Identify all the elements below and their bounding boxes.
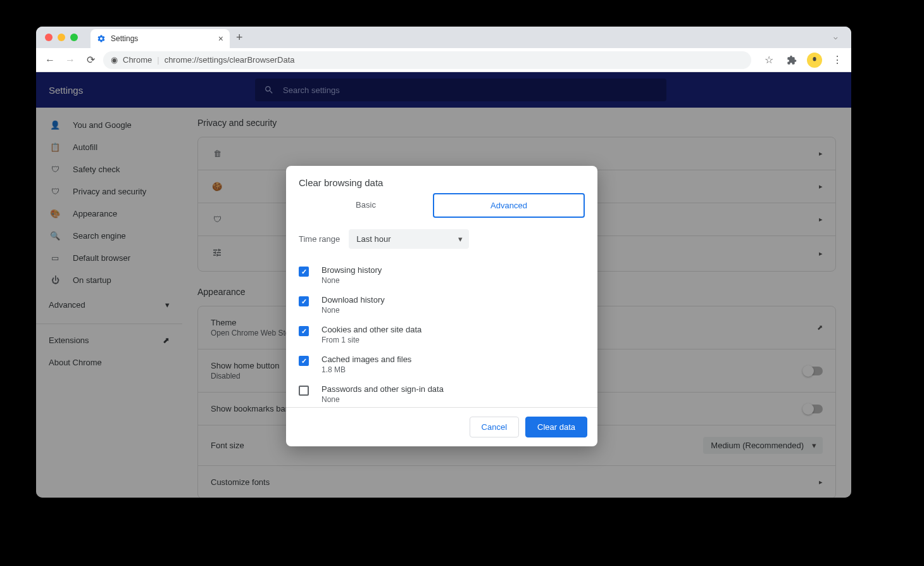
check-passwords[interactable]: Passwords and other sign-in dataNone [299,379,585,407]
reload-button[interactable]: ⟳ [83,53,98,68]
checkbox[interactable] [299,267,309,277]
checkbox[interactable] [299,356,309,366]
check-download-history[interactable]: Download historyNone [299,290,585,320]
tabs-bar: Settings × + ⌵ [36,27,851,48]
toolbar: ← → ⟳ ◉ Chrome | chrome://settings/clear… [36,48,851,72]
back-button[interactable]: ← [42,53,58,68]
time-range-row: Time range Last hour [286,218,597,260]
checkbox[interactable] [299,326,309,336]
tab-title: Settings [111,34,138,43]
tab-advanced[interactable]: Advanced [433,193,585,218]
checkbox[interactable] [299,296,309,306]
profile-button[interactable] [807,53,822,68]
tab-close-icon[interactable]: × [218,34,223,44]
chrome-label: Chrome [123,55,152,65]
extensions-icon[interactable] [784,53,799,68]
dialog-tabs: Basic Advanced [286,193,597,218]
url-text: chrome://settings/clearBrowserData [165,55,295,65]
browser-window: Settings × + ⌵ ← → ⟳ ◉ Chrome | chrome:/… [36,27,851,498]
check-cached[interactable]: Cached images and files1.8 MB [299,349,585,379]
clear-browsing-data-dialog: Clear browsing data Basic Advanced Time … [286,166,597,446]
content-area: Settings 👤You and Google 📋Autofill 🛡Safe… [36,72,851,498]
close-window[interactable] [45,34,53,41]
dialog-title: Clear browsing data [286,166,597,193]
minimize-window[interactable] [58,34,65,41]
time-range-select[interactable]: Last hour [349,229,469,249]
checkbox[interactable] [299,386,309,396]
chrome-icon: ◉ [111,55,118,65]
checkbox-list: Browsing historyNone Download historyNon… [286,260,597,407]
check-browsing-history[interactable]: Browsing historyNone [299,260,585,290]
menu-button[interactable]: ⋮ [830,53,845,68]
bookmark-star-icon[interactable]: ☆ [761,53,777,68]
browser-tab[interactable]: Settings × [91,29,230,48]
window-controls [45,34,78,41]
cancel-button[interactable]: Cancel [470,417,519,437]
address-bar[interactable]: ◉ Chrome | chrome://settings/clearBrowse… [103,51,751,69]
tabs-dropdown-icon[interactable]: ⌵ [833,33,842,42]
settings-icon [97,34,106,43]
dialog-footer: Cancel Clear data [286,407,597,446]
new-tab-button[interactable]: + [236,31,243,44]
forward-button[interactable]: → [63,53,78,68]
time-range-label: Time range [299,234,340,244]
check-cookies[interactable]: Cookies and other site dataFrom 1 site [299,320,585,349]
tab-basic[interactable]: Basic [299,193,433,218]
maximize-window[interactable] [70,34,78,41]
clear-data-button[interactable]: Clear data [525,417,587,437]
